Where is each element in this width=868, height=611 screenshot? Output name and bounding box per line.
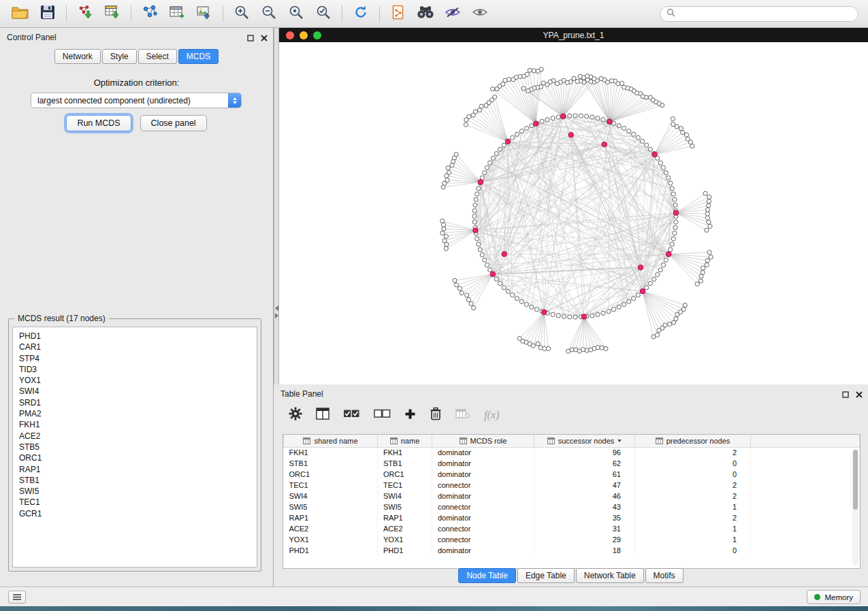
network-node[interactable] bbox=[658, 268, 662, 272]
network-hub-node[interactable] bbox=[607, 119, 613, 125]
network-node[interactable] bbox=[515, 297, 519, 301]
network-hub-node[interactable] bbox=[581, 314, 587, 320]
network-node[interactable] bbox=[671, 117, 675, 121]
network-node[interactable] bbox=[671, 192, 675, 196]
network-node[interactable] bbox=[668, 322, 672, 326]
network-node[interactable] bbox=[488, 161, 492, 165]
mcds-result-item[interactable]: RAP1 bbox=[19, 464, 257, 475]
network-node[interactable] bbox=[636, 293, 640, 297]
network-node[interactable] bbox=[671, 122, 675, 127]
network-graph[interactable] bbox=[279, 42, 868, 384]
network-hub-node[interactable] bbox=[490, 271, 496, 277]
collapse-left-icon[interactable] bbox=[275, 306, 278, 311]
zoom-out-button[interactable] bbox=[255, 3, 283, 24]
network-hub-node[interactable] bbox=[560, 114, 566, 119]
network-node[interactable] bbox=[578, 74, 582, 78]
tab-network[interactable]: Network bbox=[54, 49, 101, 64]
network-node[interactable] bbox=[551, 312, 555, 316]
table-row[interactable]: RAP1RAP1dominator352 bbox=[284, 512, 860, 523]
network-node[interactable] bbox=[707, 250, 711, 254]
mcds-result-item[interactable]: STB1 bbox=[19, 475, 257, 486]
network-node[interactable] bbox=[600, 346, 604, 350]
deselect-all-button[interactable] bbox=[374, 408, 391, 422]
network-node[interactable] bbox=[526, 88, 530, 93]
network-node[interactable] bbox=[627, 129, 631, 133]
mcds-result-item[interactable]: TEC1 bbox=[19, 497, 257, 508]
network-hub-node[interactable] bbox=[640, 288, 645, 294]
network-node[interactable] bbox=[444, 234, 448, 238]
network-node[interactable] bbox=[464, 122, 468, 127]
network-node[interactable] bbox=[573, 114, 577, 118]
network-node[interactable] bbox=[488, 268, 492, 272]
network-node[interactable] bbox=[601, 118, 605, 122]
network-node[interactable] bbox=[495, 87, 499, 91]
network-node[interactable] bbox=[609, 79, 613, 83]
network-node[interactable] bbox=[546, 346, 550, 350]
memory-button[interactable]: Memory bbox=[807, 590, 861, 604]
network-node[interactable] bbox=[632, 297, 636, 301]
network-node[interactable] bbox=[632, 132, 636, 136]
network-node[interactable] bbox=[707, 199, 711, 203]
network-node[interactable] bbox=[681, 131, 685, 135]
network-node[interactable] bbox=[524, 302, 528, 306]
network-node[interactable] bbox=[579, 114, 583, 118]
network-node[interactable] bbox=[457, 286, 462, 291]
network-node[interactable] bbox=[590, 115, 594, 119]
zoom-fit-button[interactable] bbox=[283, 3, 310, 24]
float-panel-icon[interactable] bbox=[247, 32, 254, 44]
export-image-button[interactable] bbox=[191, 3, 218, 24]
network-node[interactable] bbox=[441, 223, 445, 227]
network-node[interactable] bbox=[568, 315, 572, 319]
network-hub-node[interactable] bbox=[673, 210, 679, 216]
network-node[interactable] bbox=[648, 282, 652, 286]
save-button[interactable] bbox=[34, 3, 61, 24]
network-node[interactable] bbox=[669, 248, 673, 252]
window-minimize-traffic-icon[interactable] bbox=[300, 31, 308, 39]
network-node[interactable] bbox=[477, 108, 481, 112]
table-row[interactable]: FKH1FKH1dominator962 bbox=[284, 447, 860, 458]
network-node[interactable] bbox=[683, 303, 687, 308]
new-network-button[interactable] bbox=[136, 3, 163, 24]
network-node[interactable] bbox=[705, 263, 709, 267]
network-node[interactable] bbox=[663, 323, 667, 327]
search-input[interactable] bbox=[679, 8, 852, 19]
network-node[interactable] bbox=[532, 69, 536, 73]
table-row[interactable]: SWI4SWI4dominator462 bbox=[284, 491, 860, 501]
network-node[interactable] bbox=[534, 308, 539, 312]
network-hub-node[interactable] bbox=[505, 139, 511, 144]
network-node[interactable] bbox=[472, 220, 477, 224]
network-node[interactable] bbox=[686, 137, 690, 141]
network-node[interactable] bbox=[460, 291, 464, 295]
network-node[interactable] bbox=[699, 274, 703, 278]
network-node[interactable] bbox=[506, 289, 510, 293]
network-hub-node[interactable] bbox=[542, 310, 547, 315]
window-close-traffic-icon[interactable] bbox=[286, 31, 294, 39]
show-columns-button[interactable] bbox=[316, 408, 329, 423]
network-node[interactable] bbox=[612, 308, 616, 312]
network-node[interactable] bbox=[661, 165, 665, 169]
network-hub-node[interactable] bbox=[568, 132, 574, 137]
network-node[interactable] bbox=[656, 273, 660, 277]
network-node[interactable] bbox=[622, 126, 626, 130]
network-node[interactable] bbox=[604, 346, 608, 350]
network-node[interactable] bbox=[562, 314, 566, 318]
new-table-button[interactable] bbox=[163, 3, 191, 24]
hide-selected-button[interactable] bbox=[439, 3, 466, 24]
mcds-result-item[interactable]: STB5 bbox=[19, 442, 257, 452]
network-node[interactable] bbox=[483, 171, 487, 175]
network-node[interactable] bbox=[607, 310, 611, 314]
import-network-button[interactable] bbox=[71, 3, 99, 24]
network-node[interactable] bbox=[445, 242, 449, 246]
network-node[interactable] bbox=[472, 209, 477, 213]
network-node[interactable] bbox=[681, 308, 686, 312]
network-node[interactable] bbox=[590, 314, 594, 318]
scrollbar-thumb[interactable] bbox=[853, 450, 858, 510]
network-node[interactable] bbox=[440, 219, 445, 223]
network-node[interactable] bbox=[511, 293, 515, 297]
network-node[interactable] bbox=[450, 163, 454, 167]
network-node[interactable] bbox=[472, 306, 476, 310]
table-settings-button[interactable] bbox=[289, 407, 302, 423]
network-node[interactable] bbox=[441, 185, 445, 189]
run-mcds-button[interactable]: Run MCDS bbox=[66, 115, 131, 131]
mcds-result-item[interactable]: SWI4 bbox=[19, 386, 257, 397]
